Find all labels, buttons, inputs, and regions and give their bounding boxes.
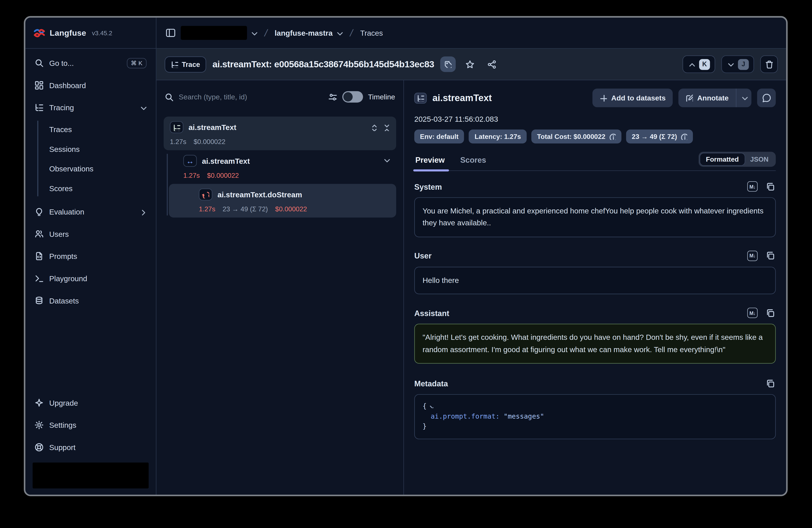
list-tree-icon — [171, 60, 178, 68]
goto-label: Go to... — [49, 59, 74, 67]
tab-preview[interactable]: Preview — [414, 152, 446, 170]
sidebar-item-upgrade[interactable]: Upgrade — [31, 395, 151, 411]
annotate-dropdown-button[interactable] — [736, 88, 752, 107]
database-icon — [34, 296, 43, 305]
breadcrumb-section[interactable]: Traces — [360, 29, 383, 37]
sidebar-header: Langfuse v3.45.2 — [26, 18, 156, 49]
goto-search[interactable]: Go to... ⌘ K — [31, 55, 151, 71]
comment-bubble-icon — [762, 94, 771, 102]
chevron-down-icon — [336, 29, 343, 37]
sidebar-item-tracing[interactable]: Tracing — [31, 99, 151, 116]
sidebar-item-support[interactable]: Support — [31, 439, 151, 455]
json-brace: { — [423, 402, 426, 410]
node-latency: 1.27s — [170, 138, 186, 146]
filter-sliders-icon[interactable] — [328, 92, 337, 101]
node-latency: 1.27s — [199, 205, 215, 213]
metadata-label: Metadata — [414, 379, 448, 388]
timeline-toggle[interactable] — [342, 91, 363, 103]
sidebar-footer: Upgrade Settings Support — [26, 395, 156, 495]
sidebar-item-scores[interactable]: Scores — [43, 179, 150, 198]
node-tokens: 23 → 49 (Σ 72) — [222, 205, 268, 213]
user-label: User — [414, 252, 432, 260]
system-message-box: You are Michel, a practical and experien… — [414, 197, 776, 237]
total-cost-badge: Total Cost: $0.000022 — [531, 130, 621, 144]
comments-button[interactable] — [757, 88, 776, 107]
bookmark-star-button[interactable] — [462, 57, 478, 72]
annotate-button[interactable]: Annotate — [679, 88, 736, 107]
node-cost: $0.000022 — [207, 171, 239, 179]
langfuse-app-window: Langfuse v3.45.2 Go to... ⌘ K Dashboard … — [24, 16, 787, 496]
system-section: System M↓ You are Michel, a practical an… — [414, 181, 776, 237]
json-collapse-chevron[interactable] — [428, 401, 433, 411]
generation-node-icon-badge — [199, 189, 212, 200]
sidebar-item-label: Dashboard — [49, 81, 86, 89]
org-switcher[interactable] — [181, 26, 257, 40]
sidebar-item-playground[interactable]: Playground — [31, 270, 151, 286]
assistant-label: Assistant — [414, 309, 449, 317]
sidebar-item-label: Upgrade — [49, 399, 78, 407]
panel-left-icon[interactable] — [165, 28, 175, 38]
system-label: System — [414, 182, 442, 191]
sidebar-item-traces[interactable]: Traces — [43, 119, 150, 139]
markdown-icon: M↓ — [747, 251, 758, 261]
json-key: ai.prompt.format: — [431, 412, 499, 420]
sidebar-item-observations[interactable]: Observations — [43, 159, 150, 179]
markdown-toggle-button[interactable]: M↓ — [747, 307, 758, 319]
breadcrumb-bar: / langfuse-mastra / Traces — [157, 18, 786, 49]
copy-button[interactable] — [765, 378, 776, 389]
node-latency: 1.27s — [183, 171, 200, 179]
markdown-icon: M↓ — [747, 181, 758, 192]
markdown-toggle-button[interactable]: M↓ — [747, 181, 758, 192]
sidebar-item-label: Observations — [49, 165, 93, 173]
info-icon[interactable] — [609, 133, 616, 140]
search-input[interactable] — [178, 93, 323, 101]
metrics-badges-row: Env: default Latency: 1.27s Total Cost: … — [414, 130, 776, 144]
redacted-user-info — [33, 462, 149, 488]
collapse-all-icon[interactable] — [383, 124, 390, 131]
chevron-down-icon[interactable] — [383, 156, 390, 163]
tree-node-generation-selected[interactable]: ai.streamText.doStream 1.27s 23 → 49 (Σ … — [169, 184, 396, 218]
sidebar-item-label: Playground — [49, 274, 87, 283]
search-icon — [165, 92, 173, 101]
sidebar-item-prompts[interactable]: Prompts — [31, 248, 151, 264]
delete-trace-button[interactable] — [760, 55, 778, 73]
format-toggle-json[interactable]: JSON — [744, 153, 774, 165]
search-icon — [34, 59, 43, 67]
copy-icon — [766, 309, 774, 317]
details-title: ai.streamText — [432, 92, 492, 103]
sidebar-item-datasets[interactable]: Datasets — [31, 293, 151, 309]
tree-node-root[interactable]: ai.streamText 1.27s $0.000022 — [164, 117, 396, 151]
app-name: Langfuse — [50, 28, 86, 38]
assistant-section: Assistant M↓ "Alright! Let's get cooking… — [414, 307, 776, 364]
trace-header-bar: Trace ai.streamText: e00568a15c38674b56b… — [157, 49, 786, 80]
project-switcher[interactable]: langfuse-mastra — [275, 29, 343, 37]
observation-timestamp: 2025-03-27 11:56:02.083 — [414, 115, 776, 123]
copy-button[interactable] — [765, 250, 776, 262]
copy-icon — [766, 182, 774, 191]
share-button[interactable] — [484, 57, 499, 72]
node-name: ai.streamText.doStream — [217, 190, 302, 199]
tab-scores[interactable]: Scores — [459, 152, 487, 170]
markdown-toggle-button[interactable]: M↓ — [747, 250, 758, 262]
expand-all-icon[interactable] — [370, 124, 378, 131]
add-to-datasets-button[interactable]: Add to datasets — [593, 88, 673, 107]
chevron-down-icon — [740, 94, 748, 101]
sidebar-item-settings[interactable]: Settings — [31, 417, 151, 433]
info-icon[interactable] — [681, 133, 687, 140]
pencil-square-icon — [686, 94, 693, 101]
sidebar-item-dashboard[interactable]: Dashboard — [31, 77, 151, 93]
user-message-box: Hello there — [414, 267, 776, 294]
sidebar-item-users[interactable]: Users — [31, 226, 151, 242]
list-tree-icon — [34, 103, 43, 112]
sidebar-item-evaluation[interactable]: Evaluation — [31, 203, 151, 219]
format-toggle-formatted[interactable]: Formatted — [700, 153, 744, 165]
tag-button[interactable] — [440, 57, 456, 72]
copy-button[interactable] — [765, 307, 776, 319]
next-trace-button[interactable]: J — [721, 55, 754, 73]
chevron-down-icon — [250, 29, 257, 37]
copy-button[interactable] — [765, 181, 776, 192]
sidebar-item-sessions[interactable]: Sessions — [43, 139, 150, 159]
sidebar-item-label: Datasets — [49, 297, 79, 305]
tree-node-span[interactable]: ↔ ai.streamText 1.27s $0.000022 — [176, 150, 396, 184]
prev-trace-button[interactable]: K — [682, 55, 715, 73]
